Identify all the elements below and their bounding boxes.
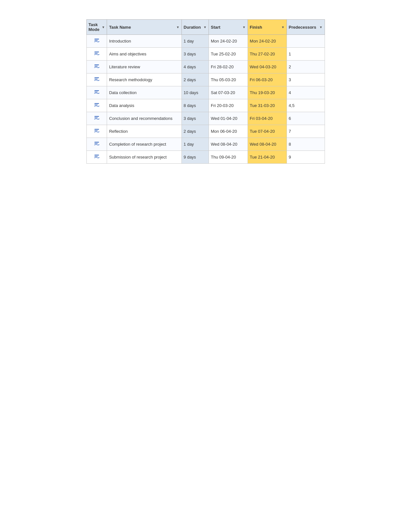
finish-cell: Fri 03-04-20	[248, 112, 287, 125]
duration-cell: 1 day	[181, 35, 209, 48]
task-name-cell: Completion of research project	[107, 138, 181, 151]
predecessors-cell: 1	[287, 48, 325, 61]
task-mode-cell	[86, 151, 107, 164]
task-name-cell: Data analysis	[107, 99, 181, 112]
svg-point-23	[99, 131, 99, 132]
finish-cell: Tue 31-03-20	[248, 99, 287, 112]
task-mode-icon	[94, 51, 100, 56]
finish-cell: Tue 21-04-20	[248, 151, 287, 164]
predecessors-sort-icon[interactable]: ▼	[319, 25, 323, 29]
duration-cell: 2 days	[181, 73, 209, 86]
start-cell: Fri 28-02-20	[209, 61, 248, 73]
header-finish[interactable]: Finish ▼	[248, 20, 287, 35]
predecessors-cell: 8	[287, 138, 325, 151]
start-cell: Sat 07-03-20	[209, 86, 248, 99]
table-row: Submission of research project9 daysThu …	[86, 151, 325, 164]
task-mode-cell	[86, 61, 107, 73]
duration-cell: 8 days	[181, 99, 209, 112]
task-mode-icon	[94, 128, 100, 134]
task-name-cell: Submission of research project	[107, 151, 181, 164]
predecessors-cell: 9	[287, 151, 325, 164]
task-mode-icon	[94, 38, 100, 44]
task-mode-cell	[86, 86, 107, 99]
table-row: Completion of research project1 dayWed 0…	[86, 138, 325, 151]
header-predecessors[interactable]: Predecessors ▼	[287, 20, 325, 35]
table-row: Aims and objectives3 daysTue 25-02-20Thu…	[86, 48, 325, 61]
task-mode-cell	[86, 48, 107, 61]
finish-cell: Fri 06-03-20	[248, 73, 287, 86]
task-mode-cell	[86, 125, 107, 138]
svg-rect-25	[94, 143, 98, 144]
svg-rect-6	[94, 64, 99, 65]
svg-rect-15	[94, 103, 99, 104]
svg-point-29	[99, 157, 99, 158]
task-name-cell: Literature review	[107, 61, 181, 73]
start-cell: Wed 08-04-20	[209, 138, 248, 151]
duration-cell: 1 day	[181, 138, 209, 151]
svg-point-8	[99, 67, 99, 68]
start-cell: Thu 09-04-20	[209, 151, 248, 164]
svg-rect-18	[94, 116, 99, 117]
svg-rect-12	[94, 90, 99, 91]
task-name-cell: Data collection	[107, 86, 181, 99]
finish-cell: Thu 19-03-20	[248, 86, 287, 99]
predecessors-cell: 4,5	[287, 99, 325, 112]
start-cell: Thu 05-03-20	[209, 73, 248, 86]
task-name-cell: Research methodology	[107, 73, 181, 86]
finish-cell: Mon 24-02-20	[248, 35, 287, 48]
svg-rect-16	[94, 105, 98, 105]
task-name-cell: Aims and objectives	[107, 48, 181, 61]
task-mode-icon	[94, 154, 100, 160]
task-mode-sort-icon[interactable]: ▼	[102, 25, 105, 29]
table-row: Data collection10 daysSat 07-03-20Thu 19…	[86, 86, 325, 99]
finish-cell: Wed 08-04-20	[248, 138, 287, 151]
start-cell: Fri 20-03-20	[209, 99, 248, 112]
gantt-table-container: Task Mode ▼ Task Name ▼ Duration ▼	[86, 19, 325, 513]
predecessors-cell	[287, 35, 325, 48]
table-row: Research methodology2 daysThu 05-03-20Fr…	[86, 73, 325, 86]
duration-cell: 3 days	[181, 112, 209, 125]
header-task-mode[interactable]: Task Mode ▼	[86, 20, 107, 35]
svg-rect-0	[94, 39, 99, 40]
svg-rect-24	[94, 142, 99, 143]
finish-cell: Wed 04-03-20	[248, 61, 287, 73]
header-start[interactable]: Start ▼	[209, 20, 248, 35]
svg-rect-4	[94, 53, 98, 54]
predecessors-cell: 7	[287, 125, 325, 138]
svg-rect-27	[94, 155, 99, 156]
svg-point-20	[99, 119, 99, 119]
svg-rect-7	[94, 66, 98, 67]
duration-cell: 9 days	[181, 151, 209, 164]
table-header-row: Task Mode ▼ Task Name ▼ Duration ▼	[86, 20, 325, 35]
svg-rect-28	[94, 156, 98, 157]
svg-rect-1	[94, 40, 98, 41]
duration-cell: 10 days	[181, 86, 209, 99]
task-name-sort-icon[interactable]: ▼	[176, 25, 180, 29]
finish-sort-icon[interactable]: ▼	[281, 25, 285, 29]
task-mode-cell	[86, 35, 107, 48]
header-duration[interactable]: Duration ▼	[181, 20, 209, 35]
task-mode-cell	[86, 112, 107, 125]
duration-sort-icon[interactable]: ▼	[203, 25, 207, 29]
svg-rect-10	[94, 79, 98, 80]
svg-point-2	[99, 41, 99, 42]
start-sort-icon[interactable]: ▼	[242, 25, 246, 29]
table-row: Data analysis8 daysFri 20-03-20Tue 31-03…	[86, 99, 325, 112]
svg-point-26	[99, 144, 99, 145]
finish-cell: Thu 27-02-20	[248, 48, 287, 61]
task-mode-cell	[86, 138, 107, 151]
svg-rect-21	[94, 129, 99, 130]
svg-rect-9	[94, 77, 99, 78]
predecessors-cell: 4	[287, 86, 325, 99]
table-row: Reflection2 daysMon 06-04-20Tue 07-04-20…	[86, 125, 325, 138]
svg-rect-13	[94, 92, 98, 92]
task-name-cell: Conclusion and recommendations	[107, 112, 181, 125]
task-name-cell: Introduction	[107, 35, 181, 48]
task-mode-icon	[94, 141, 100, 147]
header-task-name[interactable]: Task Name ▼	[107, 20, 181, 35]
task-mode-icon	[94, 63, 100, 69]
start-cell: Wed 01-04-20	[209, 112, 248, 125]
predecessors-cell: 6	[287, 112, 325, 125]
task-mode-icon	[94, 76, 100, 82]
table-row: Literature review4 daysFri 28-02-20Wed 0…	[86, 61, 325, 73]
